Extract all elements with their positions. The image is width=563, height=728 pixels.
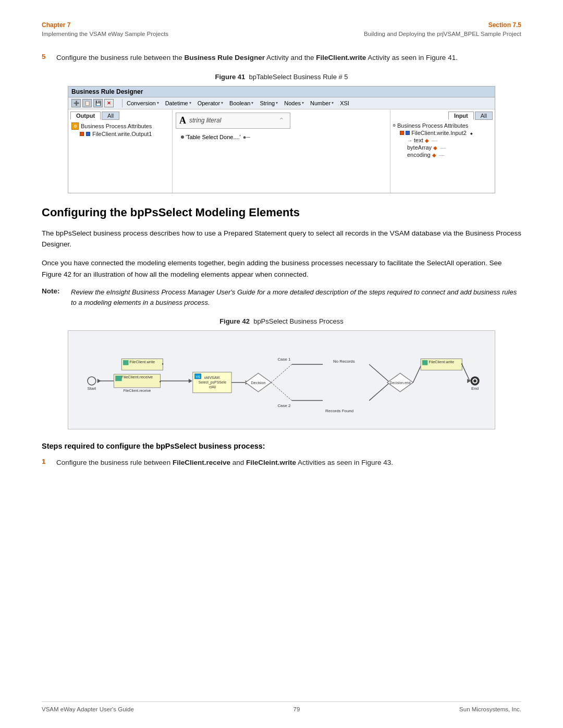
svg-text:FileClient.write: FileClient.write [130,360,155,365]
expand-icon[interactable]: ⌃ [278,116,285,125]
brd-titlebar: Business Rule Designer [68,87,495,97]
tree-child-icon2 [86,132,90,136]
right-tree-child3: byteArray ◆ — [407,144,493,151]
right-child1-label: FileClient.write.Input2 [411,130,467,136]
right-child2-label: text [414,137,423,143]
header-left: Chapter 7 Implementing the VSAM eWay Sam… [42,21,168,38]
connector-arrow-right: ●─ [243,134,250,140]
tab-all-left[interactable]: All [102,112,119,120]
footer-right: Sun Microsystems, Inc. [459,706,521,712]
svg-text:FileClient.receive: FileClient.receive [121,375,153,380]
menu-operator[interactable]: Operator ▾ [198,100,223,106]
svg-point-45 [473,379,476,382]
right-child-icon1b [406,131,410,135]
string-literal-label: string literal [189,117,221,124]
tree-child-icon [80,132,84,136]
svg-text:otdVSAM.: otdVSAM. [204,376,221,379]
footer-center: 79 [293,706,300,712]
arrow-right-icon: → [407,138,412,143]
menu-datetime[interactable]: Datetime ▾ [165,100,191,106]
brd-panels: Output All ⚙ Business Process Attributes… [68,109,495,193]
diamond-icon-encoding: ◆ [432,152,436,158]
steps-heading: Steps required to configure the bpPsSele… [42,442,521,450]
menu-nodes[interactable]: Nodes ▾ [284,100,304,106]
note-text: Review the eInsight Business Process Man… [71,287,521,308]
section-sub: Building and Deploying the prjVSAM_BPEL … [364,30,521,38]
substep1-bold2: FileCleint.write [246,459,296,466]
menu-xsi[interactable]: XSI [340,100,349,106]
business-rule-designer: Business Rule Designer ➕ 📋 💾 ✕ Conversio… [68,86,495,193]
right-child3-label: byteArray [407,144,432,151]
right-tree-child2: → text ◆ — [407,137,493,144]
note-box: Note: Review the eInsight Business Proce… [42,287,521,308]
step-5: 5 Configure the business rule between th… [42,53,521,64]
paragraph-1: The bpPsSelect business process describe… [42,228,521,250]
dash-encoding: — [439,152,445,158]
left-tree-root-label: Business Process Attributes [81,123,152,129]
tab-input[interactable]: Input [448,112,474,120]
svg-text:Select_psPSSele: Select_psPSSele [199,380,227,385]
svg-text:End: End [471,386,479,391]
dash-bytearray: — [440,144,446,151]
svg-text:FileClient.write: FileClient.write [429,360,454,365]
right-tree-root-label: Business Process Attributes [397,122,468,129]
figure-41-bold: Figure 41 [215,73,245,81]
svg-text:Start: Start [88,386,96,391]
save-icon[interactable]: 💾 [93,99,103,107]
connector-dot [181,135,184,139]
menu-conversion[interactable]: Conversion ▾ [127,100,159,106]
page: Chapter 7 Implementing the VSAM eWay Sam… [0,0,563,728]
right-tabs: Input All [393,112,493,120]
page-footer: VSAM eWay Adapter User's Guide 79 Sun Mi… [42,701,521,712]
svg-rect-39 [422,361,427,365]
svg-text:ctAll: ctAll [209,385,216,389]
chapter-label: Chapter 7 [42,21,168,30]
menu-boolean[interactable]: Boolean ▾ [229,100,253,106]
figure-42-label: Figure 42 bpPsSelect Business Process [42,317,521,325]
svg-text:Records Found: Records Found [325,409,353,414]
svg-text:⬥: ⬥ [162,362,164,366]
letter-a-icon: A [179,115,186,126]
diamond-icon-bytearray: ◆ [433,145,437,151]
toolbar-sep [122,99,123,107]
right-child1-dots: ⬥ [470,130,473,136]
menu-number[interactable]: Number ▾ [310,100,334,106]
substep1-bold1: FileClient.receive [173,459,230,466]
right-tree-child1: FileClient.write.Input2 ⬥ [400,129,493,137]
right-tree: ⚙ Business Process Attributes FileClient… [393,122,493,158]
svg-text:Case 1: Case 1 [277,357,291,362]
svg-text:Case 2: Case 2 [277,404,290,409]
step-5-text: Configure the business rule between the … [56,53,521,64]
toolbar-icons: ➕ 📋 💾 ✕ [71,99,114,107]
copy-icon[interactable]: 📋 [82,99,92,107]
svg-rect-6 [115,376,121,381]
table-select-line: 'Table Select Done....' ●─ [181,134,250,140]
step5-bold1: Business Rule Designer [184,54,265,61]
chapter-sub: Implementing the VSAM eWay Sample Projec… [42,30,168,38]
delete-icon[interactable]: ✕ [104,99,114,107]
substep-1-number: 1 [42,458,56,465]
svg-text:Decision.end: Decision.end [390,381,411,385]
step5-bold2: FileClient.write [316,54,366,61]
tab-all-right[interactable]: All [475,112,493,120]
left-tabs: Output All [70,112,170,120]
right-root-icon: ⚙ [393,124,396,128]
right-tree-child4: encoding ◆ — [407,151,493,158]
left-tree-child: FileClient.write.Output1 [79,130,170,138]
tab-output[interactable]: Output [70,112,101,120]
figure-41-title: bpTableSelect Business Rule # 5 [249,73,348,81]
svg-rect-10 [123,361,128,365]
tree-root-icon: ⚙ [71,122,79,130]
brd-center-panel: A string literal ⌃ 'Table Select Done...… [173,109,390,193]
string-literal-box: A string literal ⌃ [176,113,290,129]
menu-string[interactable]: String ▾ [260,100,278,106]
add-icon[interactable]: ➕ [71,99,81,107]
header-right: Section 7.5 Building and Deploying the p… [364,21,521,38]
svg-text:VS: VS [196,376,200,379]
right-child4-label: encoding [407,152,431,158]
svg-text:Decision: Decision [251,380,265,385]
note-label: Note: [42,287,67,295]
table-select-value: 'Table Select Done....' [186,134,241,140]
diagram-svg: FileClient.receive ⬥ FileClient.write ⬥ … [68,331,495,429]
left-tree-root: ⚙ Business Process Attributes [70,122,170,130]
